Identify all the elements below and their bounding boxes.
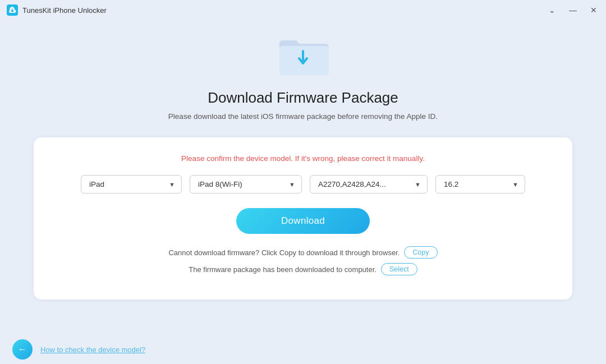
back-button[interactable]: ← [12, 339, 33, 360]
titlebar: TunesKit iPhone Unlocker ⌄ — ✕ [0, 0, 606, 20]
minimize-button[interactable]: — [567, 5, 579, 15]
device-dropdown[interactable]: iPad iPhone iPod [81, 175, 182, 193]
model-dropdown-wrap: iPad 8(Wi-Fi) iPad 8(Wi-Fi+Cellular) iPa… [190, 175, 302, 193]
model-dropdown[interactable]: iPad 8(Wi-Fi) iPad 8(Wi-Fi+Cellular) iPa… [190, 175, 302, 193]
titlebar-left: TunesKit iPhone Unlocker [7, 4, 107, 16]
chevron-down-button[interactable]: ⌄ [547, 5, 558, 15]
page-title: Download Firmware Package [208, 89, 398, 107]
model2-dropdown-wrap: A2270,A2428,A24... A2270 A2428 ▼ [310, 175, 428, 193]
page-subtitle: Please download the latest iOS firmware … [168, 112, 438, 121]
version-dropdown[interactable]: 16.2 16.1 16.0 15.7 [435, 175, 525, 193]
copy-info-text: Cannot download firmware? Click Copy to … [168, 248, 400, 257]
copy-button[interactable]: Copy [404, 246, 437, 259]
card-notice: Please confirm the device model. If it's… [62, 154, 544, 163]
select-info-text: The firmware package has been downloaded… [189, 265, 377, 274]
close-button[interactable]: ✕ [588, 5, 599, 15]
info-row-select: The firmware package has been downloaded… [62, 263, 544, 275]
icon-container [275, 31, 331, 79]
select-button[interactable]: Select [381, 263, 417, 275]
bottom-bar: ← How to check the device model? [0, 335, 606, 364]
download-btn-wrap: Download [62, 208, 544, 234]
app-icon [7, 4, 18, 16]
app-title: TunesKit iPhone Unlocker [22, 6, 107, 15]
titlebar-controls: ⌄ — ✕ [547, 5, 599, 15]
model2-dropdown[interactable]: A2270,A2428,A24... A2270 A2428 [310, 175, 428, 193]
device-dropdown-wrap: iPad iPhone iPod ▼ [81, 175, 182, 193]
folder-icon-wrap [275, 31, 331, 79]
back-arrow-icon: ← [18, 344, 27, 354]
download-button[interactable]: Download [236, 208, 370, 234]
main-content: Download Firmware Package Please downloa… [0, 20, 606, 311]
help-link[interactable]: How to check the device model? [40, 345, 145, 354]
version-dropdown-wrap: 16.2 16.1 16.0 15.7 ▼ [435, 175, 525, 193]
dropdowns-row: iPad iPhone iPod ▼ iPad 8(Wi-Fi) iPad 8(… [62, 175, 544, 193]
info-row-copy: Cannot download firmware? Click Copy to … [62, 246, 544, 259]
card: Please confirm the device model. If it's… [34, 137, 572, 300]
folder-download-icon [275, 31, 331, 79]
